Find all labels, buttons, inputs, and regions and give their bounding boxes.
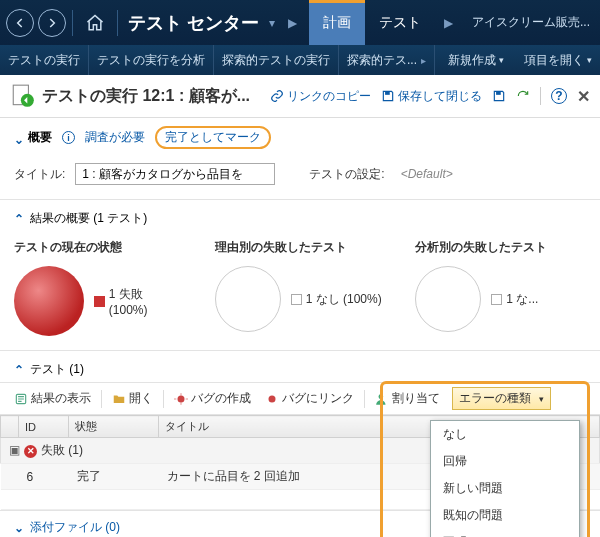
svg-point-7 xyxy=(379,394,384,399)
save-close-label: 保存して閉じる xyxy=(398,88,482,105)
legend-reason: 1 なし (100%) xyxy=(306,291,382,308)
menu-item-none[interactable]: なし xyxy=(431,421,579,448)
error-type-menu: なし 回帰 新しい問題 既知の問題 不明 xyxy=(430,420,580,537)
col-id[interactable]: ID xyxy=(19,416,69,438)
open-button[interactable]: 開く xyxy=(106,388,159,409)
col-expand[interactable] xyxy=(1,416,19,438)
forward-button[interactable] xyxy=(38,9,66,37)
results-toggle[interactable]: 結果の概要 (1 テスト) xyxy=(14,210,586,227)
svg-rect-2 xyxy=(385,92,390,95)
error-type-dropdown[interactable]: エラーの種類 xyxy=(452,387,551,410)
error-type-label: エラーの種類 xyxy=(459,390,531,407)
back-button[interactable] xyxy=(6,9,34,37)
title-input[interactable] xyxy=(75,163,275,185)
title-label: タイトル: xyxy=(14,166,65,183)
editor-title: テストの実行 12:1 : 顧客が... xyxy=(42,86,270,107)
swatch-red xyxy=(94,296,105,307)
legend-fail: 1 失敗 (100%) xyxy=(109,286,185,317)
menu-item-known[interactable]: 既知の問題 xyxy=(431,502,579,529)
sub-run-tests[interactable]: テストの実行 xyxy=(0,45,89,75)
cell-id: 6 xyxy=(19,464,69,490)
tab-plan[interactable]: 計画 xyxy=(309,0,365,45)
home-button[interactable] xyxy=(81,9,109,37)
legend-analysis: 1 な... xyxy=(506,291,538,308)
sub-exploratory-more[interactable]: 探索的テス... xyxy=(339,45,435,75)
app-title: テスト センター xyxy=(128,11,259,35)
info-icon: i xyxy=(62,131,75,144)
attachments-heading: 添付ファイル (0) xyxy=(30,519,120,536)
group-label: 失敗 (1) xyxy=(41,443,83,457)
link-bug-label: バグにリンク xyxy=(282,390,354,407)
svg-point-5 xyxy=(178,395,185,402)
breadcrumb-dropdown[interactable]: ▾ xyxy=(265,16,279,30)
settings-value: <Default> xyxy=(401,167,453,181)
sub-exploratory[interactable]: 探索的テストの実行 xyxy=(214,45,339,75)
chevron-right-icon: ▶ xyxy=(441,16,455,30)
copy-link-label: リンクのコピー xyxy=(287,88,371,105)
col-state[interactable]: 状態 xyxy=(69,416,159,438)
settings-label: テストの設定: xyxy=(309,166,384,183)
tests-heading: テスト (1) xyxy=(30,361,84,378)
create-bug-button[interactable]: バグの作成 xyxy=(168,388,257,409)
assign-button[interactable]: 割り当て xyxy=(369,388,446,409)
status-analysis-heading: 分析別の失敗したテスト xyxy=(415,239,586,256)
link-bug-button[interactable]: バグにリンク xyxy=(259,388,360,409)
close-button[interactable]: ✕ xyxy=(577,87,590,106)
create-bug-label: バグの作成 xyxy=(191,390,251,407)
refresh-button[interactable] xyxy=(516,89,530,103)
open-item-dropdown[interactable]: 項目を開く xyxy=(516,52,600,69)
status-circle-analysis xyxy=(415,266,481,332)
results-heading: 結果の概要 (1 テスト) xyxy=(30,210,147,227)
swatch-empty xyxy=(291,294,302,305)
save-button[interactable] xyxy=(492,89,506,103)
assign-label: 割り当て xyxy=(392,390,440,407)
sub-analyze[interactable]: テストの実行を分析 xyxy=(89,45,214,75)
copy-link-button[interactable]: リンクのコピー xyxy=(270,88,371,105)
status-circle-reason xyxy=(215,266,281,332)
svg-rect-3 xyxy=(496,92,501,95)
status-current-heading: テストの現在の状態 xyxy=(14,239,185,256)
tab-test[interactable]: テスト xyxy=(365,0,435,45)
help-button[interactable]: ? xyxy=(551,88,567,104)
investigate-link[interactable]: 調査が必要 xyxy=(85,129,145,146)
tests-toggle[interactable]: テスト (1) xyxy=(14,361,586,378)
status-reason-heading: 理由別の失敗したテスト xyxy=(215,239,386,256)
breadcrumb-overflow[interactable]: アイスクリーム販売... xyxy=(466,14,596,31)
menu-item-regression[interactable]: 回帰 xyxy=(431,448,579,475)
cell-state: 完了 xyxy=(69,464,159,490)
save-close-button[interactable]: 保存して閉じる xyxy=(381,88,482,105)
open-label: 開く xyxy=(129,390,153,407)
test-run-icon xyxy=(10,83,36,109)
menu-item-new[interactable]: 新しい問題 xyxy=(431,475,579,502)
mark-done-link[interactable]: 完了としてマーク xyxy=(155,126,271,149)
new-item-dropdown[interactable]: 新規作成 xyxy=(440,52,512,69)
fail-icon: ✕ xyxy=(24,445,37,458)
overview-label: 概要 xyxy=(28,129,52,146)
svg-point-6 xyxy=(269,395,276,402)
overview-toggle[interactable]: 概要 xyxy=(14,129,52,146)
show-results-label: 結果の表示 xyxy=(31,390,91,407)
show-results-button[interactable]: 結果の表示 xyxy=(8,388,97,409)
status-circle-fail xyxy=(14,266,84,336)
swatch-empty2 xyxy=(491,294,502,305)
menu-item-unknown[interactable]: 不明 xyxy=(431,529,579,537)
chevron-right-icon: ▶ xyxy=(285,16,299,30)
